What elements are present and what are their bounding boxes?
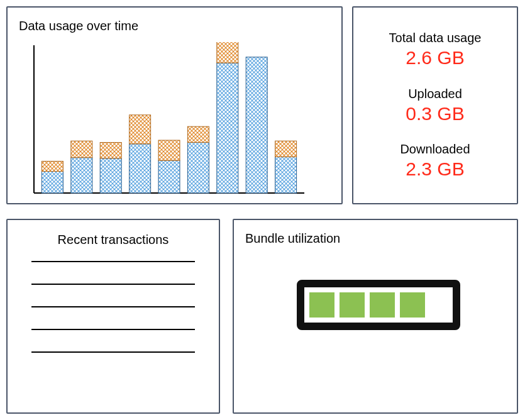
bundle-meter xyxy=(297,280,460,330)
meter-block-filled xyxy=(400,292,425,318)
meter-block-filled xyxy=(340,292,365,318)
usage-stats-card: Total data usage 2.6 GB Uploaded 0.3 GB … xyxy=(352,6,518,204)
bar-uploaded xyxy=(41,161,63,171)
bar-uploaded xyxy=(187,126,209,142)
bar-downloaded xyxy=(187,143,209,194)
meter-block-filled xyxy=(309,292,334,318)
bar-downloaded xyxy=(130,144,151,193)
meter-block-filled xyxy=(370,292,395,318)
bar-downloaded xyxy=(275,157,297,194)
bundle-utilization-card: Bundle utilization xyxy=(233,219,518,414)
chart-title: Data usage over time xyxy=(19,19,138,33)
bar-uploaded xyxy=(71,141,92,157)
stat-total-label: Total data usage xyxy=(389,31,482,45)
recent-transactions-title: Recent transactions xyxy=(8,233,219,247)
bar-uploaded xyxy=(130,115,151,144)
bar-downloaded xyxy=(217,63,238,193)
bar-downloaded xyxy=(100,158,121,193)
stacked-bar-chart xyxy=(28,42,317,196)
stat-downloaded: Downloaded 2.3 GB xyxy=(400,142,470,180)
stat-total: Total data usage 2.6 GB xyxy=(389,31,482,69)
bar-downloaded xyxy=(71,158,92,193)
recent-transactions-list xyxy=(8,253,219,353)
data-usage-chart-card: Data usage over time xyxy=(6,6,343,204)
bar-uploaded xyxy=(217,42,238,63)
recent-transactions-card: Recent transactions xyxy=(6,219,220,414)
stat-uploaded: Uploaded 0.3 GB xyxy=(406,87,464,124)
stat-total-value: 2.6 GB xyxy=(389,47,482,69)
bar-uploaded xyxy=(158,140,180,160)
stat-downloaded-label: Downloaded xyxy=(400,142,470,157)
list-item xyxy=(31,284,195,285)
bar-downloaded xyxy=(41,172,63,194)
bar-downloaded xyxy=(246,57,267,193)
bar-downloaded xyxy=(158,160,180,193)
stat-uploaded-value: 0.3 GB xyxy=(406,103,464,124)
stat-uploaded-label: Uploaded xyxy=(406,87,464,101)
bar-uploaded xyxy=(275,141,297,157)
bundle-utilization-title: Bundle utilization xyxy=(245,231,340,246)
list-item xyxy=(31,329,195,330)
list-item xyxy=(31,306,195,307)
stat-downloaded-value: 2.3 GB xyxy=(400,158,470,180)
list-item xyxy=(31,351,195,353)
bar-uploaded xyxy=(100,143,121,158)
list-item xyxy=(31,261,195,262)
